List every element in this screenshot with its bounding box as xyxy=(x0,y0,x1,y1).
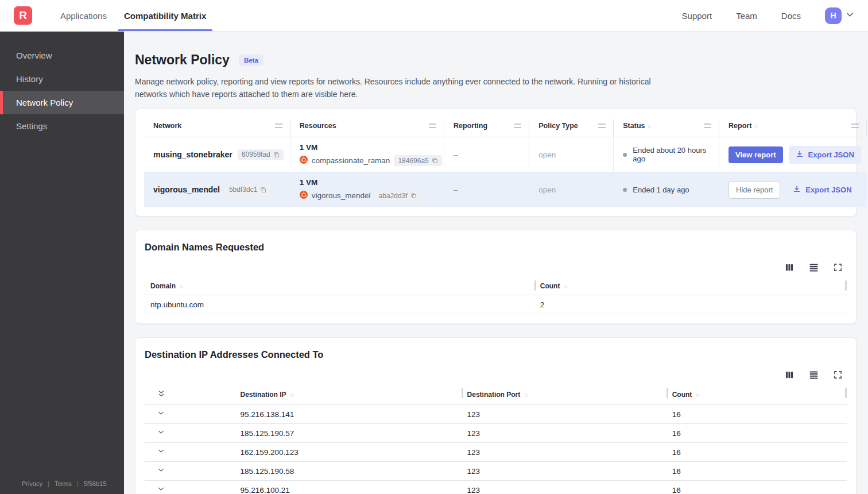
domain-cell: ntp.ubuntu.com xyxy=(145,295,534,314)
copy-icon[interactable] xyxy=(273,152,280,158)
view-report-button[interactable]: View report xyxy=(728,146,783,163)
destination-port-cell: 123 xyxy=(462,424,666,443)
nav-link-team[interactable]: Team xyxy=(736,11,757,21)
export-json-label: Export JSON xyxy=(808,150,854,159)
resource-id: 184696a5 xyxy=(398,157,428,165)
reporting-value: – xyxy=(454,186,458,194)
columns-icon[interactable] xyxy=(785,263,794,272)
rows-icon[interactable] xyxy=(809,370,819,379)
networks-table: Network Resources Reporting Policy Type … xyxy=(144,119,847,207)
table-row[interactable]: ntp.ubuntu.com 2 xyxy=(145,295,847,314)
export-json-button[interactable]: Export JSON xyxy=(789,146,861,164)
terms-link[interactable]: Terms xyxy=(55,480,72,487)
column-resize-icon[interactable] xyxy=(275,124,282,128)
copy-icon[interactable] xyxy=(410,192,417,199)
column-separator xyxy=(845,388,847,398)
tab-applications[interactable]: Applications xyxy=(52,0,115,31)
network-id-pill[interactable]: 5bdf3dc1 xyxy=(225,184,270,195)
column-resize-icon[interactable] xyxy=(514,124,521,128)
beta-badge: Beta xyxy=(239,55,264,66)
destinations-card-title: Destination IP Addresses Connected To xyxy=(145,349,847,360)
report-cell: Hide report Export JSON xyxy=(719,172,867,207)
nav-link-support[interactable]: Support xyxy=(682,11,712,21)
sort-icon[interactable]: ↑↓ xyxy=(563,283,567,290)
policy-type-value: open xyxy=(538,150,556,159)
page-title: Network Policy xyxy=(135,52,230,68)
expand-row-cell[interactable] xyxy=(145,462,235,481)
sort-icon[interactable]: ↑↓ xyxy=(754,123,757,129)
user-menu[interactable]: H xyxy=(825,7,854,24)
status-text: Ended about 20 hours ago xyxy=(633,146,713,163)
sort-icon[interactable]: ↑↓ xyxy=(695,392,699,398)
column-resize-icon[interactable] xyxy=(851,124,859,128)
column-header-destination-ip[interactable]: Destination IP↑↓ xyxy=(235,386,462,405)
column-header-status[interactable]: Status ↑↓ xyxy=(614,119,719,137)
expand-all-header[interactable] xyxy=(145,386,235,405)
domains-card-title: Domain Names Requested xyxy=(145,242,847,253)
column-header-count[interactable]: Count↑↓ xyxy=(666,386,847,405)
sidebar-item-settings[interactable]: Settings xyxy=(0,114,124,138)
expand-row-cell[interactable] xyxy=(145,424,235,443)
build-version: 5f56b15 xyxy=(84,480,107,487)
sidebar-item-history[interactable]: History xyxy=(0,67,124,91)
avatar[interactable]: H xyxy=(825,7,842,24)
chevron-down-icon[interactable] xyxy=(157,429,165,438)
expand-row-cell[interactable] xyxy=(145,405,235,424)
column-resize-icon[interactable] xyxy=(598,124,606,128)
column-header-report[interactable]: Report ↑↓ xyxy=(719,119,867,137)
column-header-destination-port[interactable]: Destination Port↑↓ xyxy=(462,386,666,405)
expand-icon[interactable] xyxy=(834,263,842,272)
column-resize-icon[interactable] xyxy=(704,124,711,128)
resource-id: aba2dd3f xyxy=(379,192,408,200)
tab-compatibility-matrix[interactable]: Compatibility Matrix xyxy=(115,0,215,31)
expand-row-cell[interactable] xyxy=(145,443,235,462)
column-header-domain[interactable]: Domain↑↓ xyxy=(145,279,534,295)
destination-ip-cell: 185.125.190.57 xyxy=(235,424,462,443)
chevron-down-icon[interactable] xyxy=(157,486,165,494)
copy-icon[interactable] xyxy=(260,187,266,193)
expand-row-cell[interactable] xyxy=(145,481,235,494)
network-id-pill[interactable]: 60959fad xyxy=(238,149,284,160)
table-row[interactable]: 185.125.190.58 123 16 xyxy=(145,462,847,481)
column-header-reporting[interactable]: Reporting xyxy=(444,119,529,137)
app-logo[interactable]: R xyxy=(14,6,32,25)
column-header-network[interactable]: Network xyxy=(144,119,290,137)
chevron-down-icon[interactable] xyxy=(157,410,165,419)
rows-icon[interactable] xyxy=(809,263,819,272)
expand-icon[interactable] xyxy=(834,370,842,379)
status-cell: Ended 1 day ago xyxy=(614,172,719,207)
resource-id-pill[interactable]: 184696a5 xyxy=(394,155,441,166)
sidebar: Overview History Network Policy Settings… xyxy=(0,32,124,494)
column-header-policy-type[interactable]: Policy Type xyxy=(529,119,614,137)
nav-link-docs[interactable]: Docs xyxy=(781,11,801,21)
copy-icon[interactable] xyxy=(432,157,438,164)
sidebar-item-overview[interactable]: Overview xyxy=(0,44,124,67)
sort-icon[interactable]: ↑↓ xyxy=(524,392,527,398)
chevron-down-icon[interactable] xyxy=(157,448,165,457)
sidebar-item-network-policy[interactable]: Network Policy xyxy=(0,91,124,114)
table-row[interactable]: 162.159.200.123 123 16 xyxy=(145,443,847,462)
sort-icon[interactable]: ↑↓ xyxy=(179,283,183,290)
column-resize-icon[interactable] xyxy=(429,124,436,128)
network-name: vigorous_mendel xyxy=(153,185,220,194)
download-icon xyxy=(796,150,804,160)
table-row[interactable]: 185.125.190.57 123 16 xyxy=(145,424,847,443)
chevron-down-icon[interactable] xyxy=(157,467,165,476)
sort-icon[interactable]: ↑↓ xyxy=(290,392,293,398)
column-header-status-label: Status xyxy=(623,122,645,130)
resource-id-pill[interactable]: aba2dd3f xyxy=(375,190,421,201)
active-tab-underline xyxy=(118,29,212,31)
double-chevron-icon[interactable] xyxy=(157,392,165,400)
column-header-count-label: Count xyxy=(540,282,560,290)
export-json-button[interactable]: Export JSON xyxy=(786,181,858,199)
chevron-down-icon[interactable] xyxy=(846,10,854,21)
table-row[interactable]: 95.216.138.141 123 16 xyxy=(145,405,847,424)
columns-icon[interactable] xyxy=(785,370,794,379)
privacy-link[interactable]: Privacy xyxy=(22,480,42,487)
hide-report-button[interactable]: Hide report xyxy=(728,181,780,199)
page-description: Manage network policy, reporting and vie… xyxy=(135,75,654,101)
column-header-resources[interactable]: Resources xyxy=(290,119,444,137)
column-header-count[interactable]: Count↑↓ xyxy=(534,279,847,295)
table-row[interactable]: 95.216.100.21 123 16 xyxy=(145,481,847,494)
sort-icon[interactable]: ↑↓ xyxy=(647,123,650,129)
